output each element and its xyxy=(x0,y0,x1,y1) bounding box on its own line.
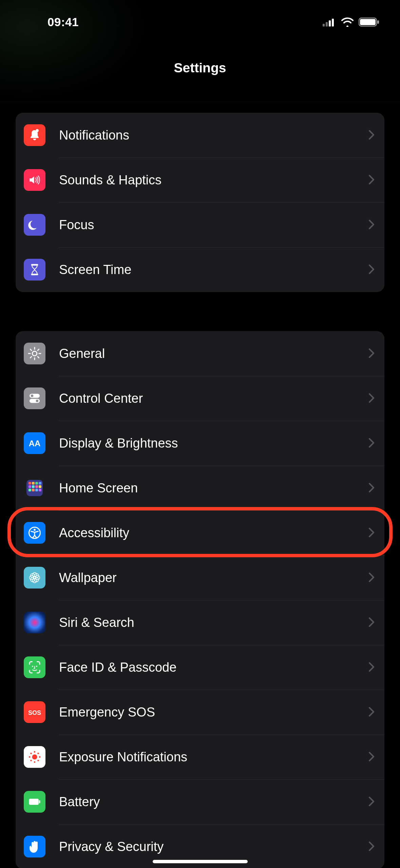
settings-row-battery[interactable]: Battery xyxy=(16,779,384,824)
nav-header: Settings xyxy=(0,34,400,102)
settings-row-label: Notifications xyxy=(59,128,369,143)
hourglass-icon xyxy=(24,259,45,281)
chevron-right-icon xyxy=(369,483,375,493)
settings-row-label: Emergency SOS xyxy=(59,705,369,720)
aa-icon xyxy=(24,432,45,454)
chevron-right-icon xyxy=(369,393,375,403)
faceid-icon xyxy=(24,656,45,678)
svg-rect-1 xyxy=(326,22,328,26)
settings-group: NotificationsSounds & HapticsFocusScreen… xyxy=(16,113,384,292)
settings-row-sounds[interactable]: Sounds & Haptics xyxy=(16,158,384,202)
flower-icon xyxy=(24,567,45,589)
svg-rect-0 xyxy=(323,24,325,26)
settings-row-label: Sounds & Haptics xyxy=(59,173,369,187)
chevron-right-icon xyxy=(369,842,375,852)
cellular-signal-icon xyxy=(323,18,336,26)
settings-row-label: Face ID & Passcode xyxy=(59,660,369,675)
battery-icon xyxy=(24,791,45,813)
siri-icon xyxy=(24,612,45,633)
svg-rect-7 xyxy=(377,20,379,24)
sos-icon xyxy=(24,701,45,723)
settings-row-label: Control Center xyxy=(59,391,369,406)
settings-row-sos[interactable]: Emergency SOS xyxy=(16,690,384,735)
settings-row-label: Display & Brightness xyxy=(59,436,369,451)
chevron-right-icon xyxy=(369,573,375,583)
chevron-right-icon xyxy=(369,175,375,185)
settings-row-display[interactable]: Display & Brightness xyxy=(16,421,384,466)
settings-row-faceid[interactable]: Face ID & Passcode xyxy=(16,645,384,690)
status-bar: 09:41 xyxy=(0,0,400,34)
settings-group: GeneralControl CenterDisplay & Brightnes… xyxy=(16,331,384,868)
settings-row-label: Battery xyxy=(59,795,369,809)
settings-row-label: Home Screen xyxy=(59,481,369,495)
grid-icon xyxy=(24,477,45,499)
chevron-right-icon xyxy=(369,528,375,538)
settings-row-label: Wallpaper xyxy=(59,571,369,585)
settings-row-label: Exposure Notifications xyxy=(59,750,369,764)
settings-row-homescreen[interactable]: Home Screen xyxy=(16,466,384,510)
chevron-right-icon xyxy=(369,707,375,717)
speaker-icon xyxy=(24,169,45,191)
settings-list[interactable]: NotificationsSounds & HapticsFocusScreen… xyxy=(0,102,400,868)
chevron-right-icon xyxy=(369,265,375,275)
moon-icon xyxy=(24,214,45,236)
home-indicator[interactable] xyxy=(153,860,248,863)
settings-row-siri[interactable]: Siri & Search xyxy=(16,600,384,645)
settings-row-focus[interactable]: Focus xyxy=(16,202,384,247)
gear-icon xyxy=(24,343,45,364)
settings-row-exposure[interactable]: Exposure Notifications xyxy=(16,735,384,779)
bell-badge-icon xyxy=(24,124,45,146)
chevron-right-icon xyxy=(369,438,375,448)
chevron-right-icon xyxy=(369,797,375,807)
chevron-right-icon xyxy=(369,130,375,140)
chevron-right-icon xyxy=(369,752,375,762)
chevron-right-icon xyxy=(369,617,375,628)
status-indicators xyxy=(323,17,380,27)
exposure-icon xyxy=(24,746,45,768)
wifi-icon xyxy=(341,17,354,27)
settings-row-label: General xyxy=(59,346,369,361)
status-time: 09:41 xyxy=(47,15,79,29)
settings-row-notifications[interactable]: Notifications xyxy=(16,113,384,158)
chevron-right-icon xyxy=(369,662,375,672)
settings-row-accessibility[interactable]: Accessibility xyxy=(16,510,384,555)
hand-icon xyxy=(24,836,45,857)
accessibility-icon xyxy=(24,522,45,544)
chevron-right-icon xyxy=(369,220,375,230)
settings-row-general[interactable]: General xyxy=(16,331,384,376)
settings-row-screentime[interactable]: Screen Time xyxy=(16,247,384,292)
settings-row-label: Screen Time xyxy=(59,263,369,277)
chevron-right-icon xyxy=(369,348,375,359)
battery-icon xyxy=(359,17,380,27)
svg-rect-3 xyxy=(332,19,334,26)
page-title: Settings xyxy=(174,60,226,75)
settings-row-label: Siri & Search xyxy=(59,615,369,630)
settings-row-controlcenter[interactable]: Control Center xyxy=(16,376,384,421)
settings-row-label: Accessibility xyxy=(59,526,369,540)
settings-row-wallpaper[interactable]: Wallpaper xyxy=(16,555,384,600)
svg-rect-2 xyxy=(329,20,331,26)
toggles-icon xyxy=(24,387,45,409)
svg-rect-6 xyxy=(360,19,376,25)
settings-row-label: Privacy & Security xyxy=(59,839,369,854)
settings-row-label: Focus xyxy=(59,218,369,232)
